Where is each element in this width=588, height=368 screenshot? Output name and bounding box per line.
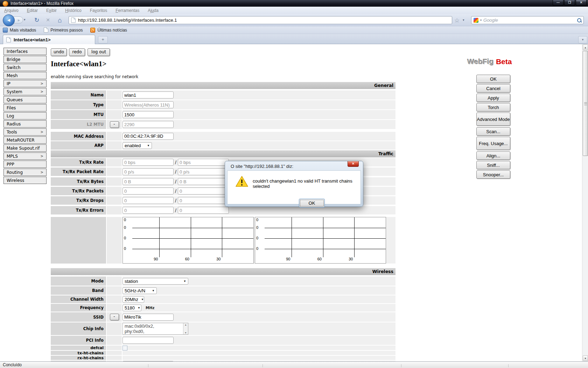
title-bar: Interface<wlan1> - Mozilla Firefox — ❐ ✕ [0, 0, 588, 7]
ssid-minus-button[interactable]: - [110, 314, 119, 320]
menu-historico[interactable]: Histórico [65, 8, 82, 13]
scrollbar-up-icon[interactable]: ▲ [583, 45, 588, 50]
frequency-unit: MHz [146, 306, 154, 310]
chip-info-box: mac:0x80/0x2, phy:0xd0, ▲ ▼ [122, 323, 188, 335]
scrollbar-down-icon[interactable]: ▼ [583, 355, 588, 361]
pci-info-input[interactable] [122, 337, 174, 344]
restore-button[interactable]: ❐ [564, 0, 575, 6]
freq-usage-button[interactable]: Freq. Usage... [476, 137, 510, 150]
undo-button[interactable]: undo [51, 48, 67, 56]
sidebar: Interfaces Bridge Switch Mesh IP> System… [4, 48, 47, 185]
snooper-button[interactable]: Snooper... [476, 170, 510, 179]
alert-ok-button[interactable]: OK [299, 199, 325, 207]
defcal-checkbox[interactable] [122, 346, 127, 350]
apply-button[interactable]: Apply [476, 94, 510, 102]
close-button[interactable]: ✕ [576, 0, 587, 6]
reload-icon[interactable]: ↻ [32, 16, 41, 25]
align-button[interactable]: Align... [476, 151, 510, 160]
sidebar-item-interfaces[interactable]: Interfaces [4, 48, 47, 55]
submenu-arrow-icon: > [41, 154, 43, 158]
channel-width-select[interactable]: 20Mhz▼ [122, 296, 144, 303]
menu-ferramentas[interactable]: Ferramentas [115, 8, 139, 13]
warning-icon [235, 176, 248, 188]
search-icon[interactable] [577, 18, 581, 22]
bookmark-getting-started[interactable]: Primeiros passos [44, 27, 83, 33]
chip-info-scrollbar[interactable]: ▲ ▼ [183, 323, 188, 334]
search-bar[interactable]: ▾ Google [471, 16, 584, 24]
url-bar[interactable]: http://192.168.88.1/webfig/#Interfaces.I… [69, 16, 452, 24]
tx-drops-input [122, 197, 174, 204]
most-visited-icon [3, 28, 8, 33]
scroll-down-icon[interactable]: ▼ [184, 332, 187, 334]
sidebar-item-switch[interactable]: Switch [4, 64, 47, 71]
minimize-button[interactable]: — [553, 0, 564, 6]
scrollbar-thumb[interactable] [583, 51, 588, 156]
stop-icon[interactable]: ✕ [43, 16, 52, 25]
bookmark-star-icon[interactable]: ☆ [454, 17, 460, 24]
history-dropdown-icon[interactable]: ▾ [24, 18, 26, 21]
sidebar-item-bridge[interactable]: Bridge [4, 56, 47, 63]
torch-button[interactable]: Torch [476, 103, 510, 111]
tx-bytes-input [122, 178, 174, 185]
advanced-mode-button[interactable]: Advanced Mode [476, 113, 510, 126]
sidebar-item-make-supout[interactable]: Make Supout.rif [4, 144, 47, 152]
search-placeholder[interactable]: Google [483, 18, 575, 23]
alert-close-button[interactable]: ✕ [348, 161, 359, 167]
bookmark-dropdown-icon[interactable]: ▾ [463, 18, 464, 22]
sidebar-item-ppp[interactable]: PPP [4, 161, 47, 168]
sidebar-item-ip[interactable]: IP> [4, 80, 47, 87]
tab-title: Interface<wlan1> [14, 37, 51, 42]
ssid-input[interactable] [122, 314, 174, 321]
tab-interface-wlan1[interactable]: Interface<wlan1> [3, 35, 95, 44]
l2mtu-minus-button[interactable]: - [110, 121, 119, 128]
l2mtu-input [122, 121, 174, 128]
sidebar-item-metarouter[interactable]: MetaROUTER [4, 136, 47, 144]
sidebar-item-wireless[interactable]: Wireless [4, 177, 47, 184]
name-input[interactable] [122, 91, 174, 98]
bookmark-most-visited[interactable]: Mais visitados [3, 28, 36, 33]
scan-button[interactable]: Scan... [476, 127, 510, 136]
dropdown-arrow-icon: ▼ [141, 298, 144, 301]
page-scrollbar[interactable]: ▲ ▼ [582, 44, 588, 361]
tx-errors-input [122, 207, 174, 214]
menu-favoritos[interactable]: Favoritos [90, 8, 107, 13]
list-tabs-button[interactable]: ▾ [578, 36, 587, 43]
back-button[interactable]: ◄ [3, 14, 15, 26]
mtu-label: MTU [51, 110, 106, 119]
sidebar-item-routing[interactable]: Routing> [4, 169, 47, 176]
bookmark-latest-news[interactable]: Últimas notícias [90, 28, 127, 33]
menu-editar[interactable]: Editar [27, 8, 38, 13]
menu-exibir[interactable]: Exibir [46, 8, 57, 13]
sidebar-item-log[interactable]: Log [4, 112, 47, 120]
mac-input[interactable] [122, 133, 174, 140]
mtu-input[interactable] [122, 111, 174, 118]
sidebar-item-mpls[interactable]: MPLS> [4, 152, 47, 160]
row-arp: ARP enabled▼ [51, 141, 396, 150]
home-icon[interactable]: ⌂ [55, 16, 64, 25]
menu-arquivo[interactable]: Arquivo [4, 8, 19, 13]
section-header-wireless: Wireless [51, 268, 396, 275]
ok-button[interactable]: OK [476, 75, 510, 83]
redo-button[interactable]: redo [69, 48, 85, 56]
scroll-up-icon[interactable]: ▲ [184, 323, 187, 326]
page-title: Interface<wlan1> [51, 60, 106, 68]
sidebar-item-files[interactable]: Files [4, 104, 47, 111]
sidebar-item-system[interactable]: System> [4, 88, 47, 95]
band-select[interactable]: 5GHz-A/N▼ [122, 287, 157, 294]
logout-button[interactable]: log out [88, 48, 110, 56]
frequency-select[interactable]: 5180▼ [122, 305, 141, 311]
cancel-button[interactable]: Cancel [476, 84, 510, 93]
sidebar-item-tools[interactable]: Tools> [4, 128, 47, 136]
sniff-button[interactable]: Sniff... [476, 161, 510, 169]
mode-select[interactable]: station▼ [122, 278, 188, 285]
menu-ajuda[interactable]: Ajuda [148, 8, 159, 13]
url-text[interactable]: http://192.168.88.1/webfig/#Interfaces.I… [78, 18, 177, 23]
sidebar-item-radius[interactable]: Radius [4, 120, 47, 128]
window-title: Interface<wlan1> - Mozilla Firefox [10, 1, 74, 6]
sidebar-item-mesh[interactable]: Mesh [4, 72, 47, 79]
row-mode: Mode station▼ [51, 277, 396, 286]
sidebar-item-queues[interactable]: Queues [4, 96, 47, 103]
arp-select[interactable]: enabled▼ [122, 142, 152, 149]
new-tab-button[interactable]: + [98, 36, 108, 43]
search-engine-dropdown-icon[interactable]: ▾ [480, 19, 482, 22]
